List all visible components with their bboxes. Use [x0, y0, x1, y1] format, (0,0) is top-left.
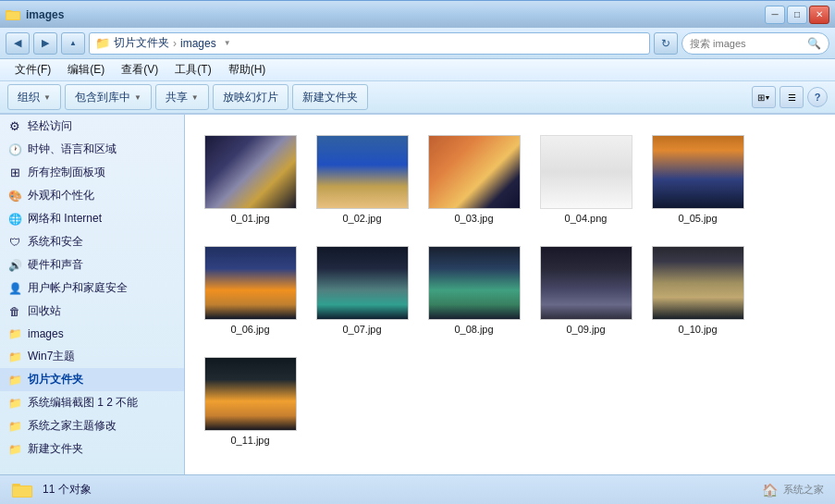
menu-help[interactable]: 帮助(H): [221, 60, 274, 80]
path-part-2: images: [180, 37, 216, 50]
new-folder-label: 新建文件夹: [302, 90, 358, 105]
view-icon: ⊞: [757, 92, 765, 103]
status-folder-icon: [11, 479, 33, 501]
path-dropdown-icon: ▼: [224, 39, 231, 47]
file-item-9[interactable]: 0_10.jpg: [649, 242, 746, 338]
sidebar-item-appearance[interactable]: 🎨 外观和个性化: [0, 184, 184, 207]
address-path[interactable]: 📁 切片文件夹 › images ▼: [89, 32, 650, 55]
share-dropdown-icon: ▼: [191, 93, 199, 102]
file-name-0: 0_01.jpg: [230, 213, 269, 224]
maximize-button[interactable]: □: [787, 6, 807, 24]
sidebar-item-slice-folder[interactable]: 📁 切片文件夹: [0, 368, 184, 391]
details-icon: ☰: [788, 92, 796, 103]
new-folder-sidebar-icon: 📁: [7, 442, 22, 457]
sidebar-label-win7themes: Win7主题: [28, 349, 75, 364]
up-button[interactable]: ▲: [61, 32, 85, 55]
all-controls-icon: ⊞: [7, 166, 22, 180]
sidebar-item-recycle[interactable]: 🗑 回收站: [0, 300, 184, 323]
file-thumb-8: [540, 246, 632, 320]
sidebar-item-clock[interactable]: 🕐 时钟、语言和区域: [0, 138, 184, 161]
sidebar-label-network: 网络和 Internet: [28, 211, 102, 227]
sidebar-label-screenshot: 系统编辑截图 1 2 不能: [28, 395, 138, 411]
system-icon: 🛡: [7, 235, 22, 250]
file-item-3[interactable]: 0_04.png: [537, 131, 634, 227]
easy-access-icon: ⚙: [7, 119, 22, 134]
organize-button[interactable]: 组织 ▼: [7, 84, 61, 110]
file-thumb-0: [204, 135, 297, 209]
sidebar-item-all-controls[interactable]: ⊞ 所有控制面板项: [0, 161, 184, 184]
file-item-2[interactable]: 0_03.jpg: [425, 131, 522, 227]
details-pane-button[interactable]: ☰: [780, 86, 804, 108]
file-thumb-10: [204, 357, 297, 431]
screenshot-icon: 📁: [7, 396, 22, 411]
file-item-10[interactable]: 0_11.jpg: [202, 353, 299, 449]
sidebar-item-screenshot[interactable]: 📁 系统编辑截图 1 2 不能: [0, 391, 184, 414]
file-thumb-4: [652, 135, 744, 209]
share-label: 共享: [166, 90, 188, 105]
menu-tools[interactable]: 工具(T): [167, 60, 218, 80]
slideshow-button[interactable]: 放映幻灯片: [213, 84, 289, 110]
file-item-8[interactable]: 0_09.jpg: [537, 242, 634, 338]
minimize-button[interactable]: ─: [765, 6, 785, 24]
menu-bar: 文件(F) 编辑(E) 查看(V) 工具(T) 帮助(H): [0, 59, 835, 81]
sidebar-label-images: images: [28, 327, 64, 340]
status-count: 11 个对象: [43, 482, 92, 498]
sidebar-item-users[interactable]: 👤 用户帐户和家庭安全: [0, 277, 184, 300]
view-options-button[interactable]: ⊞ ▼: [752, 86, 776, 108]
file-thumb-7: [428, 246, 521, 320]
file-thumb-2: [428, 135, 521, 209]
file-area: 0_01.jpg0_02.jpg0_03.jpg0_04.png0_05.jpg…: [185, 115, 835, 474]
menu-edit[interactable]: 编辑(E): [60, 60, 112, 80]
toolbar-right: ⊞ ▼ ☰ ?: [752, 86, 828, 108]
sidebar-label-sysmod: 系统之家主题修改: [28, 418, 117, 434]
users-icon: 👤: [7, 281, 22, 296]
file-thumb-5: [204, 246, 297, 320]
sidebar-label-system: 系统和安全: [28, 234, 83, 250]
sidebar-item-system[interactable]: 🛡 系统和安全: [0, 230, 184, 253]
sidebar-item-network[interactable]: 🌐 网络和 Internet: [0, 207, 184, 230]
close-button[interactable]: ✕: [809, 6, 829, 24]
file-item-0[interactable]: 0_01.jpg: [202, 131, 299, 227]
title-controls: ─ □ ✕: [765, 6, 829, 24]
help-button[interactable]: ?: [807, 87, 828, 107]
sidebar-item-sysmod[interactable]: 📁 系统之家主题修改: [0, 414, 184, 437]
appearance-icon: 🎨: [7, 189, 22, 203]
sidebar-item-easy-access[interactable]: ⚙ 轻松访问: [0, 115, 184, 138]
sidebar-item-images[interactable]: 📁 images: [0, 323, 184, 345]
file-thumb-6: [316, 246, 409, 320]
back-button[interactable]: ◀: [6, 32, 30, 55]
sidebar-item-new-folder[interactable]: 📁 新建文件夹: [0, 437, 184, 461]
search-box[interactable]: 🔍: [682, 32, 829, 55]
file-item-7[interactable]: 0_08.jpg: [425, 242, 522, 338]
sysmod-icon: 📁: [7, 419, 22, 434]
sidebar-label-easy-access: 轻松访问: [28, 118, 72, 134]
network-icon: 🌐: [7, 212, 22, 227]
file-thumb-9: [652, 246, 744, 320]
sidebar-item-win7themes[interactable]: 📁 Win7主题: [0, 345, 184, 368]
address-bar: ◀ ▶ ▲ 📁 切片文件夹 › images ▼ ↻ 🔍: [0, 28, 835, 59]
menu-file[interactable]: 文件(F): [7, 60, 58, 80]
file-item-1[interactable]: 0_02.jpg: [313, 131, 411, 227]
file-thumb-3: [540, 135, 632, 209]
include-library-button[interactable]: 包含到库中 ▼: [65, 84, 152, 110]
slideshow-label: 放映幻灯片: [223, 90, 278, 105]
file-item-5[interactable]: 0_06.jpg: [202, 242, 299, 338]
file-item-6[interactable]: 0_07.jpg: [313, 242, 411, 338]
sidebar-label-hardware: 硬件和声音: [28, 257, 83, 273]
share-button[interactable]: 共享 ▼: [155, 84, 209, 110]
svg-rect-2: [6, 12, 19, 19]
forward-button[interactable]: ▶: [33, 32, 57, 55]
file-item-4[interactable]: 0_05.jpg: [649, 131, 746, 227]
sidebar-item-hardware[interactable]: 🔊 硬件和声音: [0, 253, 184, 277]
menu-view[interactable]: 查看(V): [114, 60, 166, 80]
clock-icon: 🕐: [7, 142, 22, 157]
watermark-text: 系统之家: [783, 483, 824, 497]
sidebar-label-clock: 时钟、语言和区域: [28, 141, 117, 157]
sidebar: ⚙ 轻松访问 🕐 时钟、语言和区域 ⊞ 所有控制面板项 🎨 外观和个性化 🌐 网…: [0, 115, 185, 474]
file-name-4: 0_05.jpg: [678, 213, 717, 224]
main-content: ⚙ 轻松访问 🕐 时钟、语言和区域 ⊞ 所有控制面板项 🎨 外观和个性化 🌐 网…: [0, 115, 835, 474]
path-part-1: 切片文件夹: [114, 35, 169, 51]
search-input[interactable]: [690, 38, 804, 49]
new-folder-button[interactable]: 新建文件夹: [292, 84, 368, 110]
refresh-button[interactable]: ↻: [654, 32, 678, 55]
